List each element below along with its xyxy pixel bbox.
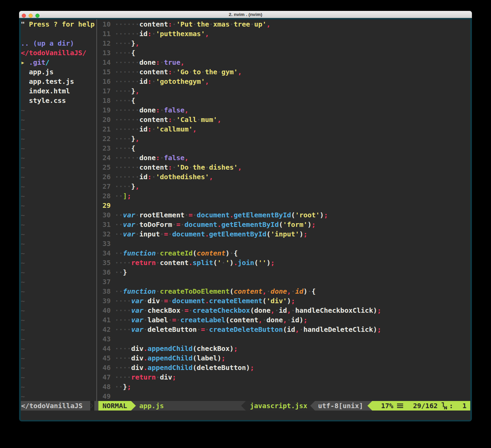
code-text: ····var·checkBox·=·createCheckbox(done,·… (115, 306, 381, 315)
token: false (164, 106, 185, 114)
whitespace-dots: · (135, 230, 139, 238)
window-title: 2. nvim . (nvim) (19, 11, 472, 18)
statusline-colon: : (449, 401, 453, 411)
token: = (176, 220, 180, 229)
empty-line-tilde: ~ (21, 153, 25, 163)
window-titlebar[interactable]: 2. nvim . (nvim) (19, 11, 472, 18)
empty-line-tilde: ~ (21, 382, 25, 391)
whitespace-dots: · (156, 287, 160, 295)
token: document (172, 297, 205, 305)
line-number: 13 (98, 48, 111, 58)
command-line[interactable] (21, 411, 470, 420)
token: } (131, 87, 135, 95)
line-number: 47 (98, 372, 111, 382)
token: Press ? for help (25, 20, 95, 28)
token: id (139, 77, 147, 86)
code-text: ······done:·false, (115, 153, 189, 163)
token: (done (250, 306, 270, 314)
token: , (258, 316, 262, 324)
tree-item-style-css[interactable]: style.css (21, 96, 66, 105)
token: join (238, 259, 254, 267)
token: ; (303, 316, 307, 324)
code-text: ··function·createId(content)·{ (115, 248, 238, 258)
token: ) (303, 287, 307, 295)
tree-root[interactable]: </todoVanillaJS/ (21, 48, 86, 58)
code-text: ··function·createToDoElement(content,·do… (115, 287, 316, 296)
vim-mode-indicator: NORMAL (102, 401, 127, 411)
whitespace-dots: · (143, 297, 147, 305)
powerline-separator (131, 401, 136, 411)
powerline-separator (241, 401, 246, 411)
tree-item-up-dir[interactable]: .. (up a dir) (21, 38, 74, 48)
whitespace-dots: ······ (115, 115, 139, 124)
statusline-cursor-col: 1 (462, 401, 466, 411)
whitespace-dots: ······ (115, 30, 139, 38)
statusline-cursor-line: 29/162 (413, 401, 438, 411)
whitespace-dots: · (275, 306, 279, 314)
empty-line-tilde: ~ (21, 220, 25, 229)
whitespace-dots: ······ (115, 163, 139, 171)
token: (content (225, 316, 258, 324)
empty-line-tilde: ~ (21, 124, 25, 134)
tree-item-app-js[interactable]: app.js (21, 67, 53, 77)
token: createId (160, 249, 192, 257)
token: , (271, 306, 275, 314)
whitespace-dots: ···· (115, 39, 131, 47)
token: div (131, 354, 143, 362)
whitespace-dots: · (168, 316, 172, 324)
tree-item-git-dir[interactable]: ▸ .git/ (21, 58, 49, 67)
token: ( (213, 259, 217, 267)
tree-item-index-html[interactable]: index.html (21, 86, 70, 96)
token: createToDoElement (160, 287, 229, 295)
whitespace-dots: · (176, 316, 180, 324)
empty-line-tilde: ~ (21, 315, 25, 325)
whitespace-dots: · (197, 115, 201, 124)
statusline: </todoVanillaJSNORMALapp.jsjavascript.js… (21, 401, 470, 411)
whitespace-dots: · (250, 20, 254, 28)
empty-line-tilde: ~ (21, 210, 25, 220)
whitespace-dots: ···· (115, 49, 131, 57)
token: ; (172, 373, 176, 381)
empty-line-tilde: ~ (21, 334, 25, 344)
tree-help-line: " Press ? for help (21, 19, 95, 29)
line-number: 42 (98, 325, 111, 334)
token: content (234, 287, 262, 295)
whitespace-dots: · (172, 220, 176, 229)
token: : (168, 163, 172, 171)
token: , (135, 87, 139, 95)
token: 'Put (176, 20, 193, 28)
code-text: ······done:·false, (115, 105, 189, 115)
empty-line-tilde: ~ (21, 267, 25, 277)
token: ▸ (21, 58, 25, 66)
window-separator[interactable] (96, 19, 97, 401)
token: 'callmum' (156, 125, 192, 133)
terminal-window: 2. nvim . (nvim) " Press ? for help.. (u… (19, 11, 472, 421)
line-number: 21 (98, 124, 111, 134)
token: id (139, 30, 147, 38)
line-number: 10 (98, 19, 111, 29)
token: ) (287, 297, 291, 305)
token: style.css (21, 96, 66, 105)
line-number: 31 (98, 220, 111, 229)
line-number: 15 (98, 67, 111, 77)
line-number: 32 (98, 229, 111, 239)
whitespace-dots: ···· (115, 306, 131, 314)
token: , (287, 306, 291, 314)
token: 'Do (176, 163, 189, 171)
token: ( (193, 249, 197, 257)
token: . (217, 220, 221, 229)
whitespace-dots: ···· (115, 364, 131, 372)
token: : (156, 106, 160, 114)
token: var (123, 220, 135, 229)
code-text: ······id:·'callmum', (115, 124, 197, 134)
token: the (205, 68, 217, 76)
line-number: 49 (98, 391, 111, 401)
tree-item-app-test-js[interactable]: app.test.js (21, 77, 74, 86)
token: 'dothedishes' (156, 173, 209, 181)
code-text: ······id:·'dothedishes', (115, 172, 213, 182)
terminal-content: " Press ? for help.. (up a dir)</todoVan… (21, 19, 470, 420)
line-number: 11 (98, 29, 111, 38)
token: . (205, 297, 209, 305)
token: ) (299, 230, 303, 238)
token: " (21, 20, 25, 28)
